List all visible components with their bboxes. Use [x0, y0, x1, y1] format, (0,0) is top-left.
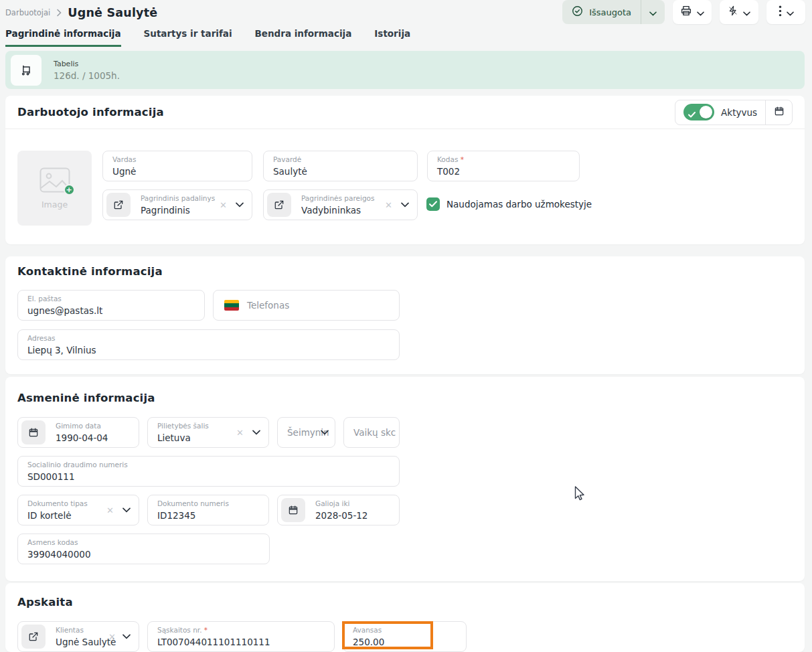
save-button[interactable]: Išsaugota: [562, 0, 641, 24]
save-dropdown-button[interactable]: [641, 0, 665, 24]
add-photo-icon[interactable]: +: [64, 184, 75, 195]
email-value: ugnes@pastas.lt: [27, 305, 102, 316]
section-title-personal-info: Asmeninė informacija: [17, 392, 155, 404]
section-title-employee-info: Darbuotojo informacija: [17, 106, 164, 118]
address-field[interactable]: Adresas Liepų 3, Vilnius: [17, 329, 400, 360]
document-type-label: Dokumento tipas: [27, 499, 88, 507]
phone-field[interactable]: Telefonas: [213, 290, 400, 321]
section-title-contact-info: Kontaktinė informacija: [17, 265, 163, 278]
checkbox-checked-icon[interactable]: [426, 197, 440, 211]
client-select[interactable]: Klientas Ugnė Saulytė ✕: [17, 621, 139, 652]
clear-icon[interactable]: ✕: [108, 632, 116, 642]
tab-pagrindine-informacija[interactable]: Pagrindinė informacija: [5, 28, 121, 47]
account-number-value: LT007044011101110111: [157, 637, 270, 647]
section-title-accounting: Apskaita: [17, 596, 73, 608]
clear-icon[interactable]: ✕: [385, 200, 392, 210]
lithuania-flag-icon[interactable]: [224, 300, 239, 311]
birth-date-value: 1990-04-04: [56, 432, 108, 443]
page-title: Ugnė Saulytė: [68, 6, 157, 19]
marital-status-select[interactable]: Šeimynin: [277, 417, 335, 448]
clear-icon[interactable]: ✕: [220, 200, 227, 210]
calendar-icon: [774, 106, 785, 119]
valid-until-field[interactable]: Galioja iki 2028-05-12: [277, 495, 400, 525]
chevron-down-icon[interactable]: [123, 634, 131, 639]
advance-field[interactable]: Avansas 250.00: [343, 621, 467, 652]
more-options-button[interactable]: [766, 0, 805, 24]
calendar-icon[interactable]: [21, 420, 46, 444]
document-number-field[interactable]: Dokumento numeris ID12345: [147, 495, 269, 525]
payroll-checkbox-label: Naudojamas darbo užmokestyje: [446, 199, 592, 210]
document-number-label: Dokumento numeris: [157, 499, 229, 507]
chevron-down-icon[interactable]: [321, 430, 329, 435]
social-insurance-label: Socialinio draudimo numeris: [27, 461, 128, 469]
breadcrumb-parent-link[interactable]: Darbuotojai: [5, 8, 50, 17]
external-link-icon[interactable]: [106, 193, 131, 217]
zap-icon: [728, 5, 738, 19]
clear-icon[interactable]: ✕: [236, 428, 244, 438]
document-type-value: ID kortelė: [27, 510, 71, 521]
employee-photo-upload[interactable]: + Image: [17, 151, 92, 226]
children-count-placeholder: Vaikų skc: [353, 427, 396, 438]
document-type-select[interactable]: Dokumento tipas ID kortelė ✕: [17, 495, 139, 525]
last-name-field[interactable]: Pavardė Saulytė: [263, 151, 418, 181]
position-value: Vadybininkas: [301, 205, 361, 216]
position-label: Pagrindinės pareigos: [301, 194, 374, 202]
email-field[interactable]: El. paštas ugnes@pastas.lt: [17, 290, 205, 321]
check-circle-icon: [572, 5, 583, 19]
citizenship-value: Lietuva: [157, 432, 191, 443]
timesheet-banner[interactable]: Tabelis 126d. / 1005h.: [5, 51, 805, 89]
last-name-label: Pavardė: [273, 155, 301, 163]
print-button[interactable]: [673, 0, 712, 24]
tab-bendra-informacija[interactable]: Bendra informacija: [255, 28, 352, 47]
chevron-down-icon[interactable]: [252, 430, 260, 435]
check-icon: [688, 108, 696, 120]
citizenship-label: Pilietybės šalis: [157, 422, 209, 430]
department-label: Pagrindinis padalinys: [141, 194, 215, 202]
external-link-icon[interactable]: [267, 193, 291, 217]
tab-sutartys-ir-tarifai[interactable]: Sutartys ir tarifai: [144, 28, 232, 47]
department-value: Pagrindinis: [141, 205, 190, 216]
valid-until-label: Galioja iki: [315, 499, 349, 507]
cart-icon: [11, 55, 42, 86]
clear-icon[interactable]: ✕: [106, 505, 114, 515]
active-toggle-box: Aktyvus: [675, 100, 793, 125]
advance-label: Avansas: [353, 626, 382, 634]
printer-icon: [680, 5, 692, 19]
position-select[interactable]: Pagrindinės pareigos Vadybininkas ✕: [263, 189, 418, 220]
citizenship-select[interactable]: Pilietybės šalis Lietuva ✕: [147, 417, 269, 448]
client-value: Ugnė Saulytė: [56, 637, 116, 647]
toggle-switch[interactable]: [683, 104, 714, 120]
children-count-field[interactable]: Vaikų skc: [343, 417, 400, 448]
kebab-menu-icon: [779, 5, 782, 19]
chevron-down-icon[interactable]: [123, 507, 131, 513]
personal-code-label: Asmens kodas: [27, 538, 78, 546]
accounting-card: Apskaita Klientas Ugnė Saulytė ✕ Sąskait…: [5, 583, 805, 652]
active-toggle[interactable]: Aktyvus: [675, 100, 765, 125]
first-name-field[interactable]: Vardas Ugnė: [102, 151, 252, 181]
address-value: Liepų 3, Vilnius: [27, 345, 96, 355]
chevron-right-icon: [56, 9, 62, 17]
valid-until-value: 2028-05-12: [315, 510, 368, 521]
employee-info-card: Darbuotojo informacija Aktyvus: [5, 96, 805, 244]
department-select[interactable]: Pagrindinis padalinys Pagrindinis ✕: [102, 189, 252, 220]
tab-istorija[interactable]: Istorija: [374, 28, 410, 47]
account-number-field[interactable]: Sąskaitos nr. * LT007044011101110111: [147, 621, 335, 652]
chevron-down-icon: [697, 6, 704, 19]
personal-code-field[interactable]: Asmens kodas 39904040000: [17, 534, 270, 564]
automation-button[interactable]: [720, 0, 758, 24]
save-button-label: Išsaugota: [589, 7, 631, 17]
status-calendar-button[interactable]: [765, 100, 792, 125]
payroll-checkbox-row[interactable]: Naudojamas darbo užmokestyje: [426, 197, 592, 211]
chevron-down-icon[interactable]: [236, 202, 244, 208]
first-name-label: Vardas: [112, 155, 137, 163]
social-insurance-field[interactable]: Socialinio draudimo numeris SD000111: [17, 456, 400, 487]
banner-text: Tabelis 126d. / 1005h.: [54, 60, 120, 81]
calendar-icon[interactable]: [281, 498, 305, 522]
chevron-down-icon: [787, 6, 794, 19]
birth-date-field[interactable]: Gimimo data 1990-04-04: [17, 417, 139, 448]
external-link-icon[interactable]: [21, 625, 46, 649]
client-label: Klientas: [56, 626, 84, 634]
chevron-down-icon[interactable]: [401, 202, 409, 208]
first-name-value: Ugnė: [112, 166, 136, 177]
code-field[interactable]: Kodas * T002: [427, 151, 580, 181]
